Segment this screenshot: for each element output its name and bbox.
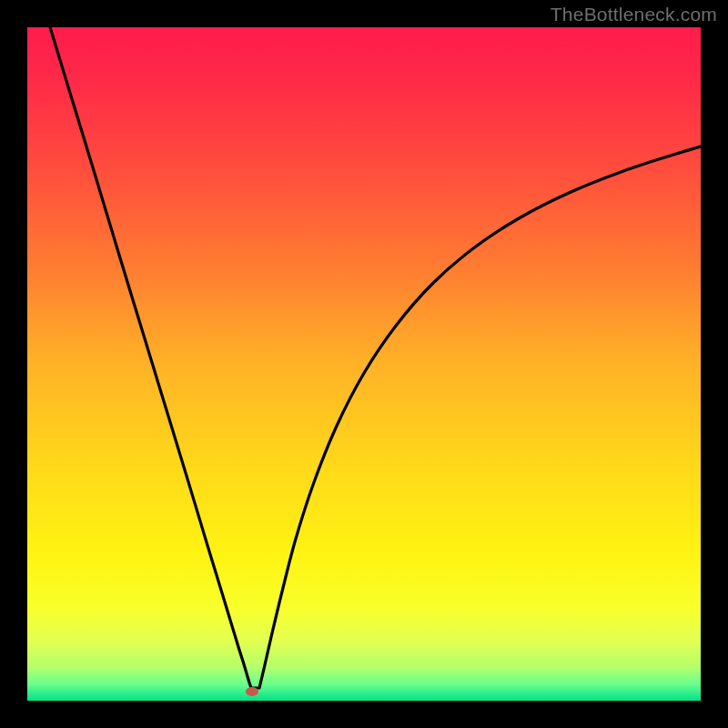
- gradient-background: [27, 27, 701, 701]
- chart-stage: TheBottleneck.com: [0, 0, 728, 728]
- notch-marker: [246, 687, 258, 696]
- plot-area: [27, 27, 701, 701]
- watermark-text: TheBottleneck.com: [551, 4, 717, 25]
- chart-svg: [27, 27, 701, 701]
